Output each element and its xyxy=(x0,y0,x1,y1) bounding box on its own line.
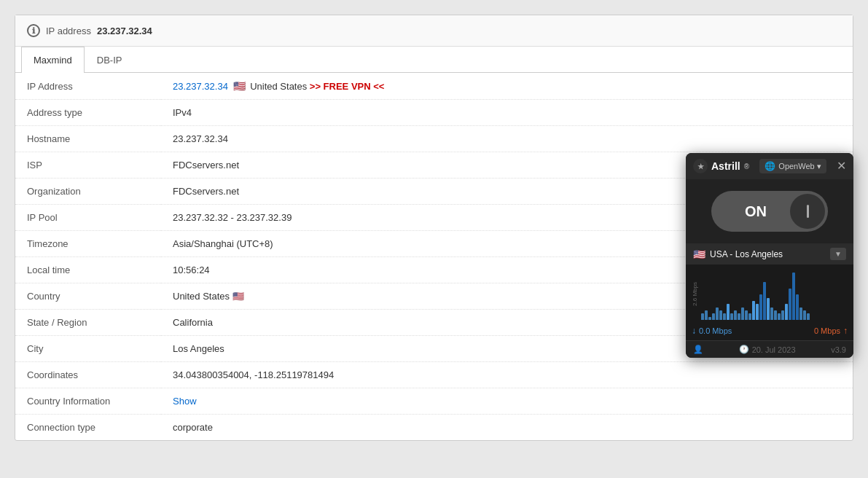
chart-area xyxy=(701,267,848,320)
footer-date-text: 20. Jul 2023 xyxy=(752,345,796,354)
table-row: Hostname 23.237.32.34 xyxy=(15,126,853,152)
download-speed: 0.0 Mbps xyxy=(699,326,732,335)
chart-bar xyxy=(748,313,751,320)
astrill-logo-icon: ★ xyxy=(693,159,708,173)
chart-bar xyxy=(799,307,802,320)
row-label-isp: ISP xyxy=(15,152,161,179)
page-wrapper: ℹ IP address 23.237.32.34 Maxmind DB-IP … xyxy=(0,0,868,478)
chart-bar xyxy=(705,310,708,320)
country-info-link[interactable]: Show xyxy=(173,396,197,407)
server-flag: 🇺🇸 xyxy=(693,248,705,260)
free-vpn-text[interactable]: >> FREE VPN << xyxy=(310,81,385,92)
ip-header-label: IP address xyxy=(46,26,91,36)
download-arrow-icon: ↓ xyxy=(692,326,696,336)
upload-arrow-icon: ↑ xyxy=(843,326,848,336)
chart-bar xyxy=(770,307,773,320)
chart-bar xyxy=(792,273,795,320)
chart-bar xyxy=(712,313,715,320)
row-value-ip-address: 23.237.32.34 🇺🇸 United States >> FREE VP… xyxy=(161,73,853,100)
row-value-address-type: IPv4 xyxy=(161,100,853,126)
vpn-toggle[interactable]: ON xyxy=(711,191,828,232)
toggle-knob-line xyxy=(807,205,809,218)
table-row: Coordinates 34.043800354004, -118.251197… xyxy=(15,362,853,388)
chart-bar xyxy=(727,304,730,320)
info-icon: ℹ xyxy=(27,24,40,37)
chart-bar xyxy=(763,282,766,320)
speed-up: 0 Mbps ↑ xyxy=(770,326,848,336)
astrill-toggle-area: ON xyxy=(686,179,853,243)
row-label-state-region: State / Region xyxy=(15,310,161,336)
chart-bar xyxy=(789,289,791,320)
chart-bar xyxy=(803,310,806,320)
tab-dbip[interactable]: DB-IP xyxy=(85,47,135,73)
toggle-on-label: ON xyxy=(714,203,790,220)
chart-bar xyxy=(767,298,770,320)
chart-bar xyxy=(785,304,788,320)
chart-bar xyxy=(738,313,740,320)
table-row: Country Information Show xyxy=(15,388,853,415)
row-value-hostname: 23.237.32.34 xyxy=(161,126,853,152)
footer-user-icon: 👤 xyxy=(693,345,703,354)
astrill-logo: ★ Astrill ® xyxy=(693,159,749,173)
close-button[interactable]: ✕ xyxy=(837,160,846,172)
ip-header: ℹ IP address 23.237.32.34 xyxy=(15,15,853,47)
row-label-organization: Organization xyxy=(15,179,161,205)
row-label-local-time: Local time xyxy=(15,257,161,283)
astrill-chart: 2.6 Mbps xyxy=(686,265,853,323)
astrill-speeds: ↓ 0.0 Mbps 0 Mbps ↑ xyxy=(686,323,853,340)
row-label-ip-pool: IP Pool xyxy=(15,205,161,231)
row-label-city: City xyxy=(15,336,161,362)
server-selector[interactable]: 🇺🇸 USA - Los Angeles ▼ xyxy=(686,243,853,265)
chart-bar xyxy=(719,310,722,320)
table-row: IP Address 23.237.32.34 🇺🇸 United States… xyxy=(15,73,853,100)
row-label-coordinates: Coordinates xyxy=(15,362,161,388)
server-dropdown-button[interactable]: ▼ xyxy=(830,248,846,260)
openweb-label: OpenWeb ▾ xyxy=(778,162,821,171)
astrill-openweb-button[interactable]: 🌐 OpenWeb ▾ xyxy=(759,159,826,173)
astrill-logo-text: Astrill xyxy=(711,160,740,172)
chart-bar xyxy=(741,307,744,320)
row-label-ip-address: IP Address xyxy=(15,73,161,100)
table-row: Connection type corporate xyxy=(15,415,853,441)
astrill-popup: ★ Astrill ® 🌐 OpenWeb ▾ ✕ ON 🇺🇸 US xyxy=(686,153,853,358)
row-label-country: Country xyxy=(15,283,161,310)
us-flag-ip: 🇺🇸 xyxy=(233,80,246,92)
chart-y-label: 2.6 Mbps xyxy=(692,282,698,306)
row-label-connection-type: Connection type xyxy=(15,415,161,441)
chart-bar xyxy=(807,313,810,320)
chart-bar xyxy=(734,310,737,320)
tab-maxmind[interactable]: Maxmind xyxy=(21,47,85,73)
astrill-header: ★ Astrill ® 🌐 OpenWeb ▾ ✕ xyxy=(686,153,853,179)
chart-bar xyxy=(778,313,781,320)
chart-bar xyxy=(716,307,719,320)
upload-speed: 0 Mbps xyxy=(814,326,840,335)
chart-bar xyxy=(745,310,748,320)
footer-date: 🕐 20. Jul 2023 xyxy=(739,345,796,354)
globe-icon: 🌐 xyxy=(765,161,775,171)
ip-address-link[interactable]: 23.237.32.34 xyxy=(173,81,228,92)
country-name-ip: United States xyxy=(250,81,307,92)
row-value-country-info: Show xyxy=(161,388,853,415)
chart-bar xyxy=(759,294,762,320)
chart-bar xyxy=(756,304,759,320)
chart-bar xyxy=(796,294,799,320)
tabs-bar: Maxmind DB-IP xyxy=(15,47,853,73)
row-label-country-info: Country Information xyxy=(15,388,161,415)
speed-down: ↓ 0.0 Mbps xyxy=(692,326,770,336)
row-label-timezone: Timezone xyxy=(15,231,161,257)
chart-bar xyxy=(701,313,704,320)
chart-bar xyxy=(752,301,755,320)
row-value-connection-type: corporate xyxy=(161,415,853,441)
row-label-hostname: Hostname xyxy=(15,126,161,152)
chart-bar xyxy=(774,310,777,320)
chart-bar xyxy=(781,310,784,320)
astrill-star-icon: ® xyxy=(744,162,749,171)
clock-icon: 🕐 xyxy=(739,345,749,354)
toggle-knob xyxy=(790,194,825,229)
server-name: USA - Los Angeles xyxy=(710,249,826,259)
row-label-address-type: Address type xyxy=(15,100,161,126)
table-row: Address type IPv4 xyxy=(15,100,853,126)
chart-bar xyxy=(730,313,733,320)
row-value-coordinates: 34.043800354004, -118.25119781494 xyxy=(161,362,853,388)
ip-header-value: 23.237.32.34 xyxy=(97,26,152,36)
